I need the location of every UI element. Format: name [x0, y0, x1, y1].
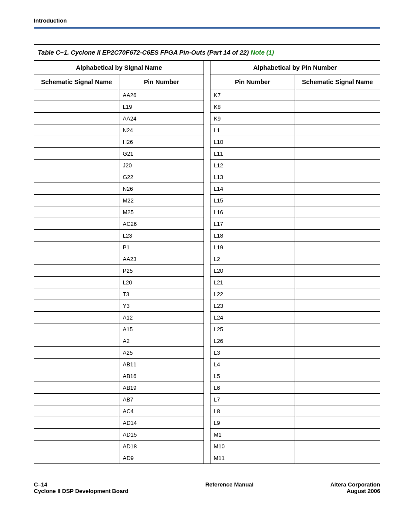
cell-pin-left: P25 — [119, 265, 204, 277]
cell-pin-left: AC26 — [119, 218, 204, 230]
cell-schematic-right — [295, 417, 380, 429]
cell-schematic-left — [34, 206, 119, 218]
cell-pin-left: N24 — [119, 124, 204, 136]
spacer — [204, 61, 210, 75]
cell-pin-right: L4 — [210, 359, 295, 370]
spacer — [204, 452, 210, 464]
cell-schematic-left — [34, 171, 119, 183]
cell-pin-left: AD14 — [119, 417, 204, 429]
cell-pin-right: K8 — [210, 101, 295, 113]
cell-schematic-right — [295, 148, 380, 160]
cell-schematic-right — [295, 171, 380, 183]
table-row: N26L14 — [34, 183, 380, 195]
spacer — [204, 277, 210, 288]
cell-schematic-right — [295, 89, 380, 101]
cell-schematic-right — [295, 405, 380, 417]
col-header-pin-left: Pin Number — [119, 75, 204, 89]
note-link[interactable]: Note (1) — [250, 49, 274, 56]
cell-schematic-left — [34, 230, 119, 242]
cell-schematic-right — [295, 195, 380, 206]
table-row: P25L20 — [34, 265, 380, 277]
cell-pin-right: L23 — [210, 300, 295, 312]
group-header-right: Alphabetical by Pin Number — [210, 61, 380, 75]
cell-pin-right: L1 — [210, 124, 295, 136]
spacer — [204, 124, 210, 136]
cell-pin-right: L22 — [210, 288, 295, 300]
cell-schematic-right — [295, 206, 380, 218]
cell-pin-right: L21 — [210, 277, 295, 288]
spacer — [204, 441, 210, 452]
cell-pin-right: L15 — [210, 195, 295, 206]
cell-schematic-left — [34, 370, 119, 382]
cell-pin-left: J20 — [119, 160, 204, 171]
cell-schematic-right — [295, 359, 380, 370]
cell-schematic-left — [34, 218, 119, 230]
table-row: P1L19 — [34, 242, 380, 253]
table-row: AD14L9 — [34, 417, 380, 429]
cell-pin-right: L9 — [210, 417, 295, 429]
table-row: AB19L6 — [34, 382, 380, 394]
table-row: AD15M1 — [34, 429, 380, 441]
table-row: A12L24 — [34, 312, 380, 323]
table-row: G22L13 — [34, 171, 380, 183]
cell-schematic-left — [34, 394, 119, 405]
header-rule — [34, 27, 380, 29]
cell-schematic-right — [295, 277, 380, 288]
cell-schematic-right — [295, 230, 380, 242]
cell-schematic-left — [34, 323, 119, 335]
cell-pin-left: A15 — [119, 323, 204, 335]
table-row: AC26L17 — [34, 218, 380, 230]
footer-board-name: Cyclone II DSP Development Board — [34, 488, 128, 494]
spacer — [204, 312, 210, 323]
col-header-schematic-right: Schematic Signal Name — [295, 75, 380, 89]
cell-schematic-right — [295, 382, 380, 394]
table-row: L19K8 — [34, 101, 380, 113]
cell-pin-left: AA26 — [119, 89, 204, 101]
cell-schematic-left — [34, 441, 119, 452]
cell-pin-right: L11 — [210, 148, 295, 160]
spacer — [204, 101, 210, 113]
cell-schematic-right — [295, 441, 380, 452]
spacer — [204, 218, 210, 230]
cell-pin-left: Y3 — [119, 300, 204, 312]
cell-schematic-right — [295, 312, 380, 323]
cell-pin-left: AB11 — [119, 359, 204, 370]
cell-schematic-right — [295, 335, 380, 347]
spacer — [204, 230, 210, 242]
cell-schematic-right — [295, 429, 380, 441]
cell-pin-left: L19 — [119, 101, 204, 113]
spacer — [204, 288, 210, 300]
cell-pin-right: L14 — [210, 183, 295, 195]
section-header: Introduction — [34, 17, 380, 24]
cell-pin-right: L7 — [210, 394, 295, 405]
cell-schematic-right — [295, 394, 380, 405]
cell-pin-left: A25 — [119, 347, 204, 359]
table-row: A2L26 — [34, 335, 380, 347]
cell-pin-right: L17 — [210, 218, 295, 230]
spacer — [204, 335, 210, 347]
cell-schematic-right — [295, 265, 380, 277]
cell-schematic-right — [295, 242, 380, 253]
table-row: H26L10 — [34, 136, 380, 148]
table-row: AB16L5 — [34, 370, 380, 382]
cell-pin-left: AD15 — [119, 429, 204, 441]
cell-pin-left: AD9 — [119, 452, 204, 464]
cell-schematic-left — [34, 89, 119, 101]
cell-schematic-left — [34, 417, 119, 429]
spacer — [204, 136, 210, 148]
cell-schematic-right — [295, 124, 380, 136]
column-header-row: Schematic Signal Name Pin Number Pin Num… — [34, 75, 380, 89]
cell-schematic-left — [34, 136, 119, 148]
cell-pin-left: AA24 — [119, 113, 204, 124]
cell-pin-right: L12 — [210, 160, 295, 171]
table-row: A15L25 — [34, 323, 380, 335]
cell-schematic-left — [34, 253, 119, 265]
cell-pin-left: A12 — [119, 312, 204, 323]
cell-schematic-right — [295, 288, 380, 300]
table-row: Y3L23 — [34, 300, 380, 312]
spacer — [204, 75, 210, 89]
cell-pin-right: L16 — [210, 206, 295, 218]
spacer — [204, 405, 210, 417]
pinout-table: Table C–1. Cyclone II EP2C70F672-C6ES FP… — [34, 44, 380, 464]
cell-pin-right: K7 — [210, 89, 295, 101]
